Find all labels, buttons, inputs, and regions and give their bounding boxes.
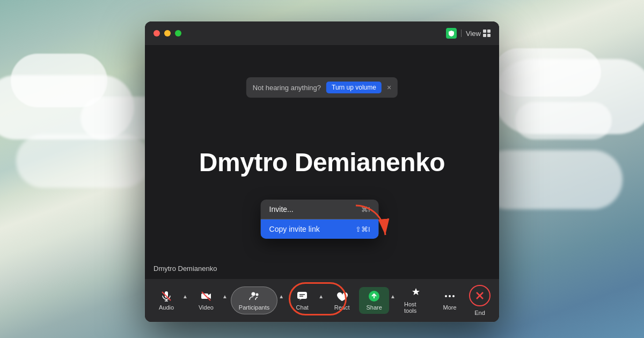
fullscreen-button[interactable] [175, 30, 181, 36]
shield-icon [446, 28, 457, 39]
chat-button[interactable]: Chat [287, 287, 317, 314]
invite-label: Invite... [269, 205, 294, 214]
audio-label: Audio [159, 304, 174, 311]
react-icon [336, 290, 348, 302]
turn-up-volume-button[interactable]: Turn up volume [326, 82, 382, 93]
participants-chevron[interactable]: ▲ [277, 292, 285, 300]
host-tools-button[interactable]: Host tools [399, 284, 433, 317]
more-icon [444, 290, 456, 302]
participant-name: Dmytro Demianenko [199, 148, 445, 177]
copy-invite-label: Copy invite link [269, 225, 320, 233]
host-tools-icon [410, 287, 422, 299]
share-chevron[interactable]: ▲ [389, 292, 397, 300]
participants-control: Participants ▲ [231, 286, 285, 314]
video-label: Video [199, 304, 214, 311]
participant-label: Dmytro Demianenko [153, 264, 217, 273]
react-button[interactable]: React [327, 287, 357, 314]
svg-point-8 [255, 293, 258, 296]
share-icon [368, 290, 380, 302]
video-chevron[interactable]: ▲ [221, 292, 229, 300]
video-icon [200, 290, 212, 302]
traffic-lights [153, 30, 181, 36]
main-content: Not hearing anything? Turn up volume × D… [145, 45, 499, 279]
participants-button[interactable]: Participants [231, 286, 277, 314]
share-label: Share [366, 304, 382, 311]
close-button[interactable] [153, 30, 160, 36]
more-label: More [443, 304, 456, 311]
svg-point-13 [445, 295, 447, 297]
audio-chevron[interactable]: ▲ [181, 292, 189, 300]
title-bar-actions: View [446, 28, 491, 39]
react-label: React [334, 304, 350, 311]
audio-control: Audio ▲ [151, 287, 189, 314]
participants-icon [248, 290, 260, 302]
audio-icon [160, 290, 172, 302]
view-button[interactable]: View [466, 30, 491, 38]
end-label: End [474, 310, 485, 316]
svg-point-7 [251, 292, 255, 296]
invite-shortcut: ⌘I [361, 205, 370, 214]
chat-label: Chat [296, 304, 309, 311]
share-button[interactable]: Share [359, 287, 389, 314]
video-button[interactable]: Video [191, 287, 221, 314]
host-tools-label: Host tools [404, 301, 427, 314]
toolbar: Audio ▲ Video ▲ [145, 279, 499, 322]
zoom-window: View Not hearing anything? Turn up volum… [145, 21, 499, 322]
audio-button[interactable]: Audio [151, 287, 181, 314]
title-bar: View [145, 21, 499, 45]
chat-chevron[interactable]: ▲ [317, 292, 325, 300]
video-control: Video ▲ [191, 287, 229, 314]
participants-popup-menu: Invite... ⌘I Copy invite link ⇧⌘I [261, 200, 379, 239]
svg-point-15 [452, 295, 455, 297]
grid-icon [483, 30, 491, 37]
copy-invite-link-menu-item[interactable]: Copy invite link ⇧⌘I [261, 219, 379, 239]
svg-rect-9 [297, 292, 307, 299]
end-control: End [467, 285, 493, 316]
chat-icon [296, 290, 308, 302]
share-control: Share ▲ [359, 287, 397, 314]
chat-control: Chat ▲ [287, 287, 325, 314]
svg-point-14 [449, 295, 451, 297]
copy-invite-shortcut: ⇧⌘I [355, 225, 370, 233]
invite-menu-item[interactable]: Invite... ⌘I [261, 200, 379, 219]
notification-close-button[interactable]: × [387, 83, 391, 92]
minimize-button[interactable] [164, 30, 171, 36]
participants-label: Participants [239, 304, 269, 311]
title-divider [461, 30, 462, 37]
view-label: View [466, 30, 481, 38]
notification-text: Not hearing anything? [253, 84, 321, 92]
end-button[interactable] [469, 285, 491, 306]
notification-banner: Not hearing anything? Turn up volume × [246, 77, 398, 98]
more-button[interactable]: More [435, 287, 465, 314]
